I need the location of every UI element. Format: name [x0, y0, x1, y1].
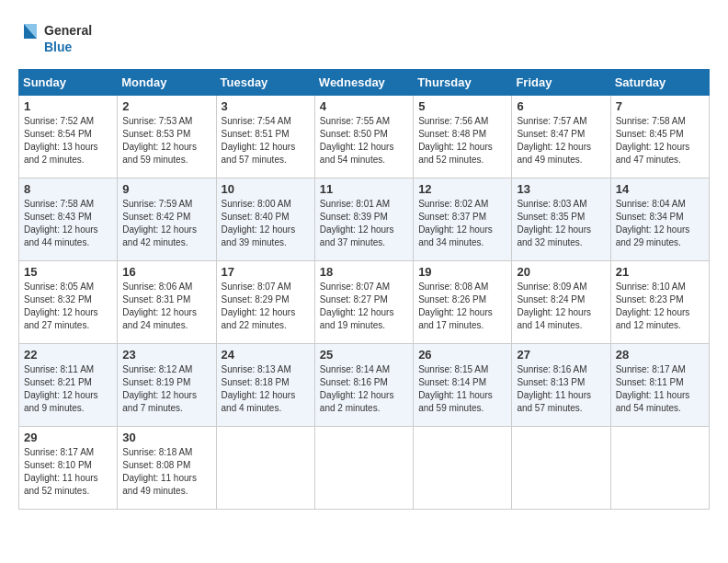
- day-info: Sunrise: 8:05 AMSunset: 8:32 PMDaylight:…: [24, 282, 98, 330]
- calendar-cell: [512, 427, 610, 510]
- day-number: 22: [24, 348, 112, 362]
- calendar-cell: 27Sunrise: 8:16 AMSunset: 8:13 PMDayligh…: [512, 344, 610, 427]
- calendar-cell: [414, 427, 512, 510]
- calendar-cell: 11Sunrise: 8:01 AMSunset: 8:39 PMDayligh…: [314, 178, 413, 261]
- calendar-cell: [610, 427, 709, 510]
- day-info: Sunrise: 8:06 AMSunset: 8:31 PMDaylight:…: [122, 282, 197, 330]
- day-info: Sunrise: 7:57 AMSunset: 8:47 PMDaylight:…: [517, 116, 591, 165]
- day-number: 5: [418, 99, 506, 113]
- page-header: General Blue: [18, 18, 710, 60]
- day-info: Sunrise: 8:16 AMSunset: 8:13 PMDaylight:…: [517, 364, 591, 413]
- day-info: Sunrise: 7:54 AMSunset: 8:51 PMDaylight:…: [222, 116, 296, 165]
- day-number: 8: [24, 182, 112, 196]
- day-number: 28: [616, 348, 704, 362]
- day-info: Sunrise: 7:52 AMSunset: 8:54 PMDaylight:…: [24, 116, 98, 165]
- calendar-cell: 30Sunrise: 8:18 AMSunset: 8:08 PMDayligh…: [118, 427, 216, 510]
- days-header-row: Sunday Monday Tuesday Wednesday Thursday…: [19, 70, 710, 96]
- svg-text:Blue: Blue: [44, 40, 73, 54]
- day-info: Sunrise: 8:02 AMSunset: 8:37 PMDaylight:…: [418, 199, 493, 247]
- day-info: Sunrise: 8:03 AMSunset: 8:35 PMDaylight:…: [517, 199, 591, 247]
- day-number: 12: [418, 182, 506, 196]
- day-number: 30: [122, 431, 210, 444]
- day-info: Sunrise: 8:18 AMSunset: 8:08 PMDaylight:…: [122, 447, 197, 496]
- day-number: 3: [222, 99, 310, 113]
- calendar-cell: 6Sunrise: 7:57 AMSunset: 8:47 PMDaylight…: [512, 96, 610, 178]
- calendar-cell: 4Sunrise: 7:55 AMSunset: 8:50 PMDaylight…: [314, 96, 413, 178]
- calendar-week-row: 22Sunrise: 8:11 AMSunset: 8:21 PMDayligh…: [19, 344, 710, 427]
- col-thursday: Thursday: [414, 70, 512, 96]
- day-info: Sunrise: 7:55 AMSunset: 8:50 PMDaylight:…: [320, 116, 394, 165]
- day-info: Sunrise: 8:15 AMSunset: 8:14 PMDaylight:…: [418, 364, 493, 413]
- logo: General Blue: [18, 18, 101, 60]
- calendar-cell: 18Sunrise: 8:07 AMSunset: 8:27 PMDayligh…: [314, 261, 413, 344]
- calendar-cell: 26Sunrise: 8:15 AMSunset: 8:14 PMDayligh…: [414, 344, 512, 427]
- calendar-week-row: 15Sunrise: 8:05 AMSunset: 8:32 PMDayligh…: [19, 261, 710, 344]
- day-number: 23: [122, 348, 210, 362]
- day-number: 4: [320, 99, 408, 113]
- day-info: Sunrise: 8:07 AMSunset: 8:29 PMDaylight:…: [222, 282, 296, 330]
- day-number: 17: [222, 265, 310, 279]
- calendar-cell: 3Sunrise: 7:54 AMSunset: 8:51 PMDaylight…: [216, 96, 314, 178]
- day-number: 10: [222, 182, 310, 196]
- calendar-cell: 12Sunrise: 8:02 AMSunset: 8:37 PMDayligh…: [414, 178, 512, 261]
- day-number: 13: [517, 182, 605, 196]
- calendar-cell: 9Sunrise: 7:59 AMSunset: 8:42 PMDaylight…: [118, 178, 216, 261]
- calendar-week-row: 8Sunrise: 7:58 AMSunset: 8:43 PMDaylight…: [19, 178, 710, 261]
- calendar-cell: [314, 427, 413, 510]
- logo-svg: General Blue: [18, 18, 101, 60]
- day-info: Sunrise: 7:56 AMSunset: 8:48 PMDaylight:…: [418, 116, 493, 165]
- day-number: 6: [517, 99, 605, 113]
- calendar-cell: 10Sunrise: 8:00 AMSunset: 8:40 PMDayligh…: [216, 178, 314, 261]
- day-number: 25: [320, 348, 408, 362]
- day-info: Sunrise: 8:09 AMSunset: 8:24 PMDaylight:…: [517, 282, 591, 330]
- calendar-week-row: 29Sunrise: 8:17 AMSunset: 8:10 PMDayligh…: [19, 427, 710, 510]
- col-wednesday: Wednesday: [314, 70, 413, 96]
- day-number: 7: [616, 99, 704, 113]
- day-number: 19: [418, 265, 506, 279]
- calendar-cell: 21Sunrise: 8:10 AMSunset: 8:23 PMDayligh…: [610, 261, 709, 344]
- calendar-cell: 16Sunrise: 8:06 AMSunset: 8:31 PMDayligh…: [118, 261, 216, 344]
- day-number: 18: [320, 265, 408, 279]
- day-info: Sunrise: 8:17 AMSunset: 8:11 PMDaylight:…: [616, 364, 690, 413]
- day-number: 20: [517, 265, 605, 279]
- day-number: 1: [24, 99, 112, 113]
- calendar-week-row: 1Sunrise: 7:52 AMSunset: 8:54 PMDaylight…: [19, 96, 710, 178]
- calendar-cell: 20Sunrise: 8:09 AMSunset: 8:24 PMDayligh…: [512, 261, 610, 344]
- calendar-cell: [216, 427, 314, 510]
- day-number: 16: [122, 265, 210, 279]
- calendar-cell: 8Sunrise: 7:58 AMSunset: 8:43 PMDaylight…: [19, 178, 118, 261]
- calendar-cell: 7Sunrise: 7:58 AMSunset: 8:45 PMDaylight…: [610, 96, 709, 178]
- calendar-cell: 19Sunrise: 8:08 AMSunset: 8:26 PMDayligh…: [414, 261, 512, 344]
- day-info: Sunrise: 8:17 AMSunset: 8:10 PMDaylight:…: [24, 447, 98, 496]
- day-info: Sunrise: 8:10 AMSunset: 8:23 PMDaylight:…: [616, 282, 690, 330]
- day-info: Sunrise: 8:04 AMSunset: 8:34 PMDaylight:…: [616, 199, 690, 247]
- day-number: 11: [320, 182, 408, 196]
- day-info: Sunrise: 8:01 AMSunset: 8:39 PMDaylight:…: [320, 199, 394, 247]
- calendar-cell: 22Sunrise: 8:11 AMSunset: 8:21 PMDayligh…: [19, 344, 118, 427]
- col-saturday: Saturday: [610, 70, 709, 96]
- calendar-cell: 15Sunrise: 8:05 AMSunset: 8:32 PMDayligh…: [19, 261, 118, 344]
- day-info: Sunrise: 7:53 AMSunset: 8:53 PMDaylight:…: [122, 116, 197, 165]
- day-number: 21: [616, 265, 704, 279]
- calendar-cell: 13Sunrise: 8:03 AMSunset: 8:35 PMDayligh…: [512, 178, 610, 261]
- calendar-cell: 2Sunrise: 7:53 AMSunset: 8:53 PMDaylight…: [118, 96, 216, 178]
- day-info: Sunrise: 8:07 AMSunset: 8:27 PMDaylight:…: [320, 282, 394, 330]
- calendar-cell: 17Sunrise: 8:07 AMSunset: 8:29 PMDayligh…: [216, 261, 314, 344]
- day-info: Sunrise: 7:58 AMSunset: 8:43 PMDaylight:…: [24, 199, 98, 247]
- day-number: 26: [418, 348, 506, 362]
- day-info: Sunrise: 7:58 AMSunset: 8:45 PMDaylight:…: [616, 116, 690, 165]
- col-tuesday: Tuesday: [216, 70, 314, 96]
- calendar-cell: 23Sunrise: 8:12 AMSunset: 8:19 PMDayligh…: [118, 344, 216, 427]
- calendar-cell: 14Sunrise: 8:04 AMSunset: 8:34 PMDayligh…: [610, 178, 709, 261]
- day-number: 14: [616, 182, 704, 196]
- day-number: 29: [24, 431, 112, 444]
- day-number: 9: [122, 182, 210, 196]
- day-number: 15: [24, 265, 112, 279]
- day-number: 24: [222, 348, 310, 362]
- col-friday: Friday: [512, 70, 610, 96]
- day-info: Sunrise: 8:00 AMSunset: 8:40 PMDaylight:…: [222, 199, 296, 247]
- calendar-cell: 24Sunrise: 8:13 AMSunset: 8:18 PMDayligh…: [216, 344, 314, 427]
- day-number: 2: [122, 99, 210, 113]
- day-info: Sunrise: 8:12 AMSunset: 8:19 PMDaylight:…: [122, 364, 197, 413]
- day-info: Sunrise: 8:14 AMSunset: 8:16 PMDaylight:…: [320, 364, 394, 413]
